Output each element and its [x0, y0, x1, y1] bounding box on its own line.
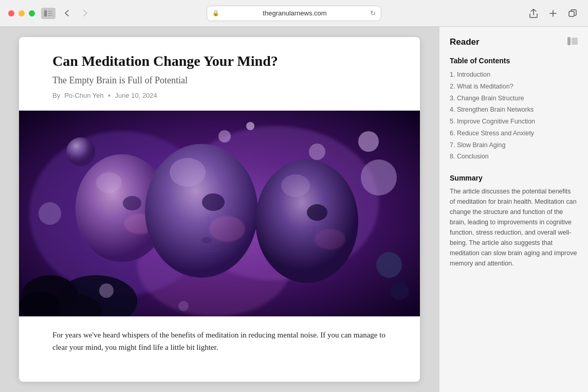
sidebar-toggle-button[interactable]: [41, 8, 56, 19]
byline-dot: •: [108, 91, 111, 100]
url-text: thegranularnews.com: [223, 9, 367, 17]
svg-point-21: [123, 196, 141, 210]
lock-icon: 🔒: [212, 10, 219, 16]
close-button[interactable]: [8, 10, 14, 16]
svg-point-35: [281, 174, 310, 197]
svg-point-11: [66, 137, 95, 166]
toc-items-container: 1. Introduction2. What is Meditation?3. …: [450, 69, 578, 163]
reload-button[interactable]: ↻: [370, 9, 376, 17]
address-bar-container: 🔒 thegranularnews.com ↻: [207, 6, 381, 21]
svg-point-23: [96, 172, 122, 193]
article-body-text: For years we've heard whispers of the be…: [52, 329, 387, 353]
article-date: June 10, 2024: [115, 92, 157, 99]
toc-item[interactable]: 2. What is Meditation?: [450, 81, 578, 93]
titlebar: 🔒 thegranularnews.com ↻: [0, 0, 588, 27]
svg-point-12: [358, 131, 379, 152]
maximize-button[interactable]: [29, 10, 35, 16]
article-area: Can Meditation Change Your Mind? The Emp…: [0, 27, 439, 392]
svg-rect-2: [48, 13, 52, 14]
svg-rect-3: [48, 15, 52, 16]
summary-heading: Summary: [450, 174, 578, 182]
hero-svg: [19, 111, 420, 316]
toc-item[interactable]: 4. Strengthen Brain Networks: [450, 104, 578, 116]
new-tab-button[interactable]: [546, 8, 560, 19]
toc-heading: Table of Contents: [450, 57, 578, 65]
article-title: Can Meditation Change Your Mind?: [52, 52, 387, 70]
forward-button[interactable]: [78, 8, 93, 19]
toc-section: Table of Contents 1. Introduction2. What…: [450, 57, 578, 163]
svg-rect-1: [48, 11, 52, 12]
svg-point-33: [307, 204, 327, 221]
toc-item[interactable]: 5. Improve Cognitive Function: [450, 116, 578, 128]
reader-title: Reader: [450, 37, 480, 47]
minimize-button[interactable]: [19, 10, 25, 16]
author-name: Po-Chun Yeh: [64, 92, 104, 99]
svg-point-37: [246, 122, 254, 130]
traffic-lights: [8, 10, 35, 16]
svg-point-36: [218, 130, 231, 142]
reader-toggle-icon[interactable]: [567, 37, 578, 47]
svg-rect-6: [569, 11, 574, 16]
toolbar-right: [526, 8, 580, 19]
svg-point-15: [376, 252, 402, 278]
svg-point-38: [309, 144, 325, 160]
tabs-button[interactable]: [565, 8, 580, 19]
svg-point-31: [145, 144, 258, 278]
byline-prefix: By: [52, 92, 60, 99]
toc-item[interactable]: 1. Introduction: [450, 69, 578, 81]
reader-header: Reader: [450, 37, 578, 47]
article-subtitle: The Empty Brain is Full of Potential: [52, 75, 387, 86]
svg-point-14: [39, 202, 61, 225]
share-button[interactable]: [526, 8, 541, 19]
article-hero-image: [19, 111, 420, 316]
summary-section: Summary The article discusses the potent…: [450, 174, 578, 269]
svg-point-13: [361, 159, 397, 195]
article-byline: By Po-Chun Yeh • June 10, 2024: [52, 91, 387, 100]
svg-point-39: [99, 283, 114, 298]
article-card: Can Meditation Change Your Mind? The Emp…: [19, 37, 420, 382]
toolbar-left: [41, 8, 93, 19]
svg-point-34: [315, 229, 345, 250]
article-header: Can Meditation Change Your Mind? The Emp…: [19, 37, 420, 111]
article-body: For years we've heard whispers of the be…: [19, 316, 420, 359]
toc-item[interactable]: 7. Slow Brain Aging: [450, 139, 578, 151]
svg-rect-43: [567, 37, 571, 45]
toc-item[interactable]: 3. Change Brain Structure: [450, 93, 578, 104]
reader-sidebar: Reader Table of Contents 1. Introduction…: [439, 27, 588, 392]
summary-text: The article discusses the potential bene…: [450, 186, 578, 269]
main-area: Can Meditation Change Your Mind? The Emp…: [0, 27, 588, 392]
svg-point-16: [390, 281, 409, 300]
address-bar[interactable]: 🔒 thegranularnews.com ↻: [207, 6, 381, 21]
svg-point-40: [178, 301, 189, 311]
svg-rect-0: [44, 10, 47, 16]
svg-point-32: [255, 159, 358, 283]
back-button[interactable]: [60, 8, 74, 19]
toc-item[interactable]: 8. Conclusion: [450, 151, 578, 163]
svg-rect-44: [572, 38, 578, 45]
toc-item[interactable]: 6. Reduce Stress and Anxiety: [450, 128, 578, 139]
